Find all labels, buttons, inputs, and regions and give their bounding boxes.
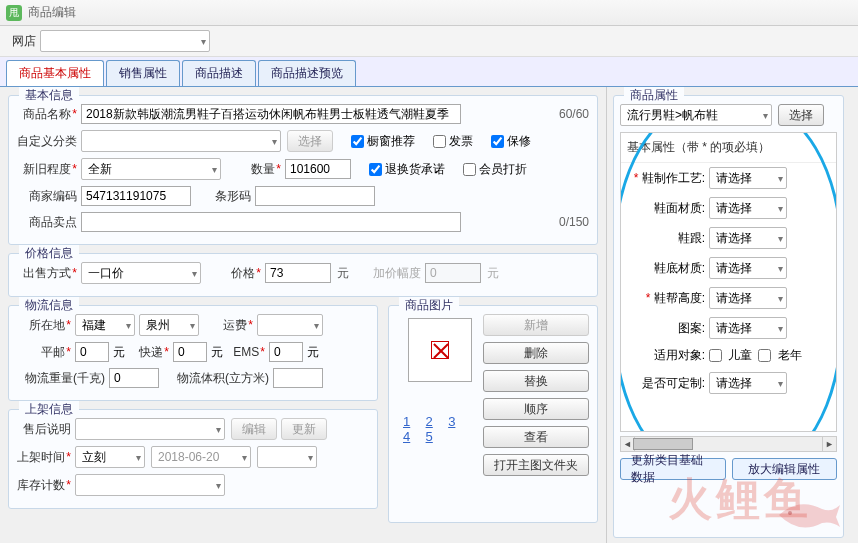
post-label: 平邮* (17, 344, 71, 361)
invoice-check[interactable]: 发票 (433, 133, 473, 150)
express-input[interactable] (173, 342, 207, 362)
attr-select[interactable]: 请选择▾ (709, 287, 787, 309)
attr-row: * 鞋制作工艺:请选择▾ (621, 163, 836, 193)
broken-image-icon (431, 341, 449, 359)
shop-label: 网店 (6, 33, 36, 50)
loc-label: 所在地* (17, 317, 71, 334)
page-1[interactable]: 1 (403, 414, 410, 429)
tab-desc[interactable]: 商品描述 (182, 60, 256, 86)
mdiscount-check[interactable]: 会员打折 (463, 161, 527, 178)
qty-input[interactable] (285, 159, 351, 179)
attr-list-header: 基本属性（带 * 的项必填） (621, 133, 836, 163)
open-folder-button[interactable]: 打开主图文件夹 (483, 454, 589, 476)
attr-row: 适用对象: 儿童 老年 (621, 343, 836, 368)
attr-select[interactable]: 请选择▾ (709, 197, 787, 219)
barcode-input[interactable] (255, 186, 375, 206)
cond-label: 新旧程度* (17, 161, 77, 178)
edit-button[interactable]: 编辑 (231, 418, 277, 440)
shop-row: 网店 ▾ (0, 26, 858, 57)
custom-cat-label: 自定义分类 (17, 133, 77, 150)
tab-basic[interactable]: 商品基本属性 (6, 60, 104, 86)
attr-label: 鞋跟: (621, 223, 707, 253)
markup-input (425, 263, 481, 283)
attr-label: * 鞋制作工艺: (621, 163, 707, 193)
freight-select[interactable]: ▾ (257, 314, 323, 336)
sale-method-select[interactable]: 一口价▾ (81, 262, 201, 284)
attr-select[interactable]: 请选择▾ (709, 317, 787, 339)
recommend-check[interactable]: 橱窗推荐 (351, 133, 415, 150)
shelf-time-select[interactable]: ▾ (257, 446, 317, 468)
name-input[interactable] (81, 104, 461, 124)
page-3[interactable]: 3 (448, 414, 455, 429)
weight-label: 物流重量(千克) (17, 370, 105, 387)
stock-count-label: 库存计数* (17, 477, 71, 494)
image-panel-title: 商品图片 (399, 297, 459, 314)
warranty-check[interactable]: 保修 (491, 133, 531, 150)
post-input[interactable] (75, 342, 109, 362)
page-5[interactable]: 5 (426, 429, 433, 444)
chevron-down-icon: ▾ (201, 36, 206, 47)
scroll-thumb[interactable] (633, 438, 693, 450)
shelf-panel-title: 上架信息 (19, 401, 79, 418)
attr-label: 图案: (621, 313, 707, 343)
attr-hscroll[interactable]: ◄ ► (620, 436, 837, 452)
stock-count-select[interactable]: ▾ (75, 474, 225, 496)
attr-row: 鞋面材质:请选择▾ (621, 193, 836, 223)
page-2[interactable]: 2 (426, 414, 433, 429)
weight-input[interactable] (109, 368, 159, 388)
cat-path-select[interactable]: 流行男鞋>帆布鞋▾ (620, 104, 772, 126)
volume-input[interactable] (273, 368, 323, 388)
price-input[interactable] (265, 263, 331, 283)
attr-select[interactable]: 请选择▾ (709, 257, 787, 279)
zoom-attr-button[interactable]: 放大编辑属性 (732, 458, 838, 480)
attr-select[interactable]: 请选择▾ (709, 167, 787, 189)
custom-cat-select[interactable]: ▾ (81, 130, 281, 152)
shelf-date-select[interactable]: 2018-06-20▾ (151, 446, 251, 468)
attr-label: 适用对象: (621, 343, 707, 368)
aftersale-select[interactable]: ▾ (75, 418, 225, 440)
merch-code-label: 商家编码 (17, 188, 77, 205)
attr-check[interactable]: 老年 (758, 348, 801, 362)
select-attr-button[interactable]: 选择 (778, 104, 824, 126)
merch-code-input[interactable] (81, 186, 191, 206)
ship-panel-title: 物流信息 (19, 297, 79, 314)
select-cat-button[interactable]: 选择 (287, 130, 333, 152)
image-preview[interactable] (408, 318, 472, 382)
aftersale-label: 售后说明 (17, 421, 71, 438)
attr-list[interactable]: 基本属性（带 * 的项必填） * 鞋制作工艺:请选择▾鞋面材质:请选择▾鞋跟:请… (620, 132, 837, 432)
shop-select[interactable]: ▾ (40, 30, 210, 52)
image-pager: 1 2 3 4 5 (397, 414, 483, 444)
shelf-mode-select[interactable]: 立刻▾ (75, 446, 145, 468)
window-title: 商品编辑 (28, 4, 76, 21)
city-select[interactable]: 泉州▾ (139, 314, 199, 336)
update-base-button[interactable]: 更新类目基础数据 (620, 458, 726, 480)
attr-label: 是否可定制: (621, 368, 707, 398)
img-order-button[interactable]: 顺序 (483, 398, 589, 420)
cond-select[interactable]: 全新▾ (81, 158, 221, 180)
sellpoint-counter: 0/150 (559, 215, 589, 229)
img-new-button[interactable]: 新增 (483, 314, 589, 336)
attr-panel: 商品属性 流行男鞋>帆布鞋▾ 选择 基本属性（带 * 的项必填） * 鞋制作工艺… (613, 95, 844, 538)
scroll-right-icon[interactable]: ► (822, 437, 836, 451)
sale-method-label: 出售方式* (17, 265, 77, 282)
sellpoint-input[interactable] (81, 212, 461, 232)
img-del-button[interactable]: 删除 (483, 342, 589, 364)
barcode-label: 条形码 (201, 188, 251, 205)
attr-panel-title: 商品属性 (624, 87, 684, 104)
img-swap-button[interactable]: 替换 (483, 370, 589, 392)
attr-select[interactable]: 请选择▾ (709, 227, 787, 249)
qty-label: 数量* (235, 161, 281, 178)
attr-select[interactable]: 请选择▾ (709, 372, 787, 394)
price-label: 价格* (221, 265, 261, 282)
update-button[interactable]: 更新 (281, 418, 327, 440)
province-select[interactable]: 福建▾ (75, 314, 135, 336)
tab-sale[interactable]: 销售属性 (106, 60, 180, 86)
tab-preview[interactable]: 商品描述预览 (258, 60, 356, 86)
page-4[interactable]: 4 (403, 429, 410, 444)
return-check[interactable]: 退换货承诺 (369, 161, 445, 178)
shelf-time-label: 上架时间* (17, 449, 71, 466)
ems-input[interactable] (269, 342, 303, 362)
image-panel: 商品图片 1 2 3 4 5 (388, 305, 598, 523)
img-view-button[interactable]: 查看 (483, 426, 589, 448)
attr-check[interactable]: 儿童 (709, 348, 752, 362)
